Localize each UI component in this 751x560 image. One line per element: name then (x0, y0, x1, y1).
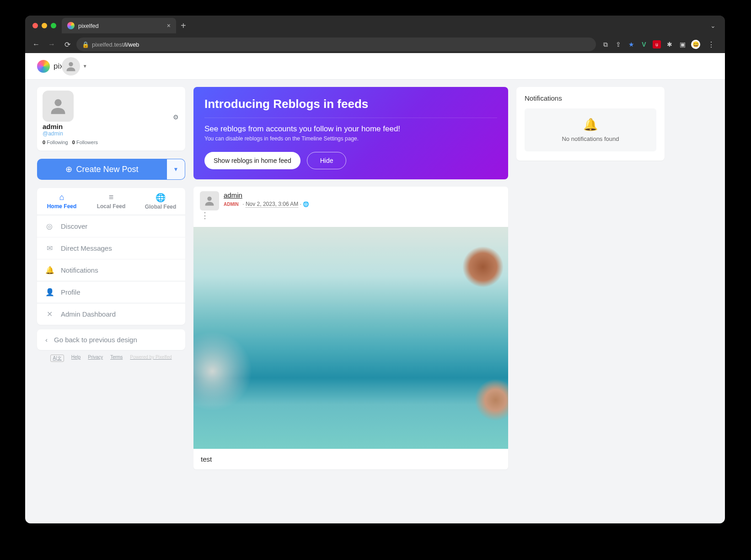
ublock-icon[interactable]: u (653, 40, 661, 48)
profile-avatar-icon[interactable]: 😄 (691, 40, 700, 49)
hide-banner-button[interactable]: Hide (307, 152, 347, 169)
notifications-empty-text: No notifications found (529, 135, 652, 142)
maximize-window[interactable] (51, 23, 56, 28)
compass-icon: ◎ (45, 222, 54, 231)
vue-devtools-icon[interactable]: V (640, 40, 648, 48)
footer-terms[interactable]: Terms (110, 355, 123, 362)
tools-icon: ✕ (45, 310, 54, 318)
main-grid: ⚙ admin @admin 0 Following 0 Followers ⊕… (25, 80, 725, 477)
chevron-left-icon: ‹ (45, 336, 48, 344)
profile-stats: 0 Following 0 Followers (43, 140, 180, 145)
user-menu-caret-icon[interactable]: ▼ (83, 64, 87, 69)
url-host: pixelfed.test (92, 41, 123, 48)
menu-notifications-label: Notifications (61, 266, 98, 274)
go-back-button[interactable]: ‹ Go back to previous design (37, 329, 185, 350)
minimize-window[interactable] (42, 23, 47, 28)
user-icon: 👤 (45, 288, 54, 296)
upload-icon: ⊕ (65, 164, 72, 174)
settings-gear-icon[interactable]: ⚙ (173, 113, 179, 121)
globe-icon: 🌐 (138, 193, 183, 203)
create-post-dropdown[interactable]: ▼ (167, 159, 185, 180)
main-column: Introducing Reblogs in feeds See reblogs… (193, 87, 508, 469)
post-meta: · Nov 2, 2023, 3:06 AM · 🌐 (242, 201, 309, 207)
right-column: Notifications 🔔 No notifications found (516, 87, 665, 469)
profile-avatar[interactable] (43, 91, 74, 122)
page-content: pix ▼ ⚙ admin @admin 0 Following 0 (25, 53, 725, 523)
left-column: ⚙ admin @admin 0 Following 0 Followers ⊕… (37, 87, 185, 469)
create-post-button[interactable]: ⊕ Create New Post (37, 159, 167, 180)
profile-name: admin (43, 123, 180, 130)
visibility-public-icon: 🌐 (303, 201, 309, 207)
create-post-label: Create New Post (76, 165, 138, 174)
post-author-avatar[interactable] (200, 191, 219, 210)
notifications-title: Notifications (525, 94, 656, 102)
show-reblogs-button[interactable]: Show reblogs in home feed (204, 152, 300, 169)
tab-global-label: Global Feed (145, 204, 177, 210)
browser-tab[interactable]: pixelfed × (62, 18, 176, 33)
lock-icon: 🔒 (82, 41, 88, 48)
close-window[interactable] (32, 23, 38, 28)
menu-direct-messages[interactable]: ✉ Direct Messages (37, 237, 185, 259)
extensions-puzzle-icon[interactable]: ✱ (665, 40, 674, 48)
new-tab-button[interactable]: + (176, 21, 191, 31)
site-logo[interactable] (37, 60, 50, 73)
following-label: Following (47, 140, 68, 145)
menu-dms-label: Direct Messages (61, 244, 112, 252)
post-image[interactable] (193, 227, 508, 449)
post-caption: test (193, 449, 508, 469)
reload-button[interactable]: ⟳ (61, 40, 74, 49)
feed-tabs: ⌂ Home Feed ≡ Local Feed 🌐 Global Feed (37, 188, 185, 215)
language-selector[interactable]: A|文 (50, 355, 64, 362)
tab-home-feed[interactable]: ⌂ Home Feed (37, 188, 86, 215)
panel-icon[interactable]: ▣ (678, 40, 687, 48)
tab-global-feed[interactable]: 🌐 Global Feed (136, 188, 185, 215)
footer-powered[interactable]: Powered by Pixelfed (130, 355, 172, 362)
home-icon: ⌂ (39, 193, 85, 202)
window-controls[interactable] (30, 23, 60, 28)
svg-point-1 (54, 99, 61, 106)
tab-favicon (67, 22, 75, 29)
url-field[interactable]: 🔒 pixelfed.test/i/web (76, 38, 596, 51)
post-author-badge: ADMIN (224, 202, 239, 207)
menu-admin-label: Admin Dashboard (61, 310, 116, 318)
banner-subtitle: See reblogs from accounts you follow in … (204, 124, 497, 134)
bookmark-star-icon[interactable]: ★ (627, 40, 635, 48)
share-icon[interactable]: ⇪ (614, 40, 622, 48)
bell-outline-icon: 🔔 (529, 118, 652, 132)
menu-admin-dashboard[interactable]: ✕ Admin Dashboard (37, 303, 185, 325)
post-author-name[interactable]: admin (224, 191, 242, 199)
followers-count: 0 (72, 140, 75, 145)
close-tab-icon[interactable]: × (167, 22, 171, 29)
forward-button[interactable]: → (45, 40, 58, 48)
menu-profile[interactable]: 👤 Profile (37, 281, 185, 303)
tab-home-label: Home Feed (47, 203, 77, 210)
tab-local-feed[interactable]: ≡ Local Feed (86, 188, 136, 215)
menu-notifications[interactable]: 🔔 Notifications (37, 259, 185, 281)
envelope-icon: ✉ (45, 244, 54, 253)
footer-privacy[interactable]: Privacy (88, 355, 103, 362)
menu-discover-label: Discover (61, 222, 87, 230)
footer-links: A|文 Help Privacy Terms Powered by Pixelf… (37, 355, 185, 362)
followers-label: Followers (76, 140, 98, 145)
site-header: pix ▼ (25, 53, 725, 80)
address-bar: ← → ⟳ 🔒 pixelfed.test/i/web ⧉ ⇪ ★ V u ✱ … (25, 36, 725, 53)
banner-title: Introducing Reblogs in feeds (204, 97, 497, 111)
footer-help[interactable]: Help (71, 355, 81, 362)
tab-overflow-icon[interactable]: ⌄ (706, 22, 720, 29)
post-timestamp[interactable]: Nov 2, 2023, 3:06 AM (246, 201, 298, 208)
post-card: admin ADMIN · Nov 2, 2023, 3:06 AM · 🌐 ⋮… (193, 187, 508, 469)
browser-menu-icon[interactable]: ⋮ (705, 40, 718, 49)
open-new-icon[interactable]: ⧉ (601, 40, 610, 48)
bell-icon: 🔔 (45, 266, 54, 275)
back-button[interactable]: ← (30, 40, 43, 48)
profile-handle[interactable]: @admin (43, 130, 180, 137)
banner-buttons: Show reblogs in home feed Hide (204, 152, 497, 169)
post-header: admin ADMIN · Nov 2, 2023, 3:06 AM · 🌐 ⋮ (193, 187, 508, 227)
menu-discover[interactable]: ◎ Discover (37, 215, 185, 237)
following-count: 0 (43, 140, 45, 145)
header-avatar[interactable] (62, 57, 80, 75)
menu-profile-label: Profile (61, 288, 80, 296)
announcement-banner: Introducing Reblogs in feeds See reblogs… (193, 87, 508, 179)
tab-title: pixelfed (78, 22, 99, 29)
banner-note: You can disable reblogs in feeds on the … (204, 135, 497, 142)
